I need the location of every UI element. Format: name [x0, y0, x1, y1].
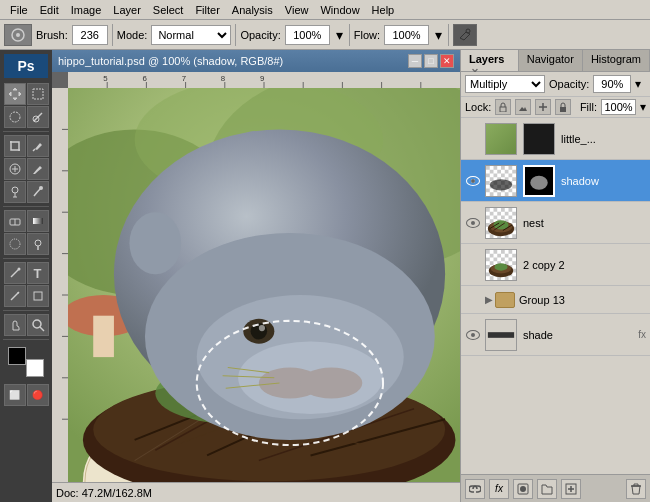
ruler-vertical [52, 88, 68, 502]
layer-name-2copy2: 2 copy 2 [523, 259, 646, 271]
blur-tool[interactable] [4, 233, 26, 255]
svg-text:5: 5 [103, 74, 108, 83]
eraser-tool[interactable] [4, 210, 26, 232]
svg-rect-108 [488, 332, 514, 338]
quickmask-mode[interactable]: 🔴 [27, 384, 49, 406]
menu-image[interactable]: Image [65, 2, 108, 18]
menu-view[interactable]: View [279, 2, 315, 18]
crop-tool[interactable] [4, 135, 26, 157]
eyedropper-tool[interactable] [27, 135, 49, 157]
menu-layer[interactable]: Layer [107, 2, 147, 18]
lock-transparent-btn[interactable] [495, 99, 511, 115]
menu-analysis[interactable]: Analysis [226, 2, 279, 18]
marquee-tool[interactable] [4, 106, 26, 128]
fill-input[interactable] [601, 99, 636, 115]
dodge-tool[interactable] [27, 233, 49, 255]
svg-point-16 [35, 240, 41, 246]
blend-mode-select[interactable]: Multiply Normal Screen Overlay [465, 75, 545, 93]
opacity-dropdown-icon[interactable]: ▾ [635, 77, 641, 91]
close-button[interactable]: ✕ [440, 54, 454, 68]
tab-layers[interactable]: Layers ✕ [461, 50, 519, 71]
lock-all-btn[interactable] [555, 99, 571, 115]
svg-point-95 [530, 175, 548, 189]
opacity-input[interactable] [593, 75, 631, 93]
move-tool[interactable] [4, 83, 26, 105]
opacity-toolbar-label: Opacity: [240, 29, 280, 41]
menu-file[interactable]: File [4, 2, 34, 18]
svg-text:8: 8 [221, 74, 226, 83]
clone-stamp-tool[interactable] [4, 181, 26, 203]
canvas-image: www.missyuan.com 设计别·教程网 [68, 88, 460, 502]
color-swatch[interactable] [8, 347, 44, 377]
delete-layer-button[interactable] [626, 479, 646, 499]
tab-histogram[interactable]: Histogram [583, 50, 650, 71]
menu-select[interactable]: Select [147, 2, 190, 18]
minimize-button[interactable]: ─ [408, 54, 422, 68]
layer-item-group13[interactable]: ▶ Group 13 [461, 286, 650, 314]
layer-style-button[interactable]: fx [489, 479, 509, 499]
foreground-color[interactable] [8, 347, 26, 365]
mode-select[interactable]: Normal Multiply Screen [151, 25, 231, 45]
svg-point-80 [129, 212, 181, 274]
layer-item-shadow[interactable]: shadow [461, 160, 650, 202]
menu-edit[interactable]: Edit [34, 2, 65, 18]
opacity-arrow[interactable]: ▾ [336, 27, 343, 43]
brush-tool-icon[interactable] [4, 24, 32, 46]
text-tool[interactable]: T [27, 262, 49, 284]
canvas-content[interactable]: www.missyuan.com 设计别·教程网 [68, 88, 460, 502]
flow-input[interactable] [384, 25, 429, 45]
maximize-button[interactable]: □ [424, 54, 438, 68]
layer-eye-shadow[interactable] [465, 173, 481, 189]
menu-filter[interactable]: Filter [189, 2, 225, 18]
background-color[interactable] [26, 359, 44, 377]
zoom-tool[interactable] [27, 314, 49, 336]
pen-tool[interactable] [4, 262, 26, 284]
opacity-toolbar-input[interactable] [285, 25, 330, 45]
new-group-button[interactable] [537, 479, 557, 499]
hand-tool[interactable] [4, 314, 26, 336]
layer-eye-2copy2[interactable] [465, 257, 481, 273]
path-select-tool[interactable] [4, 285, 26, 307]
layer-item-shade[interactable]: shade fx [461, 314, 650, 356]
layer-eye-shade[interactable] [465, 327, 481, 343]
layer-eye-little[interactable] [465, 131, 481, 147]
history-brush-tool[interactable] [27, 181, 49, 203]
lock-position-btn[interactable] [535, 99, 551, 115]
svg-rect-3 [33, 89, 43, 99]
airbrush-toggle[interactable] [453, 24, 477, 46]
menu-window[interactable]: Window [314, 2, 365, 18]
layer-item-2copy2[interactable]: 2 copy 2 [461, 244, 650, 286]
layer-eye-group13[interactable] [465, 292, 481, 308]
layer-mask-shadow [523, 165, 555, 197]
svg-rect-52 [93, 316, 114, 357]
svg-rect-20 [34, 292, 42, 300]
shape-tool[interactable] [27, 285, 49, 307]
standard-mode[interactable]: ⬜ [4, 384, 26, 406]
lasso-tool[interactable] [27, 83, 49, 105]
layer-item-nest[interactable]: nest [461, 202, 650, 244]
layer-eye-nest[interactable] [465, 215, 481, 231]
layer-item-little[interactable]: little_... [461, 118, 650, 160]
gradient-tool[interactable] [27, 210, 49, 232]
spot-heal-tool[interactable] [4, 158, 26, 180]
brush-tool[interactable] [27, 158, 49, 180]
flow-arrow[interactable]: ▾ [435, 27, 442, 43]
canvas-area: hippo_tutorial.psd @ 100% (shadow, RGB/8… [52, 50, 460, 502]
svg-point-10 [12, 187, 18, 193]
add-mask-button[interactable] [513, 479, 533, 499]
toolbar: Brush: Mode: Normal Multiply Screen Opac… [0, 20, 650, 50]
toolbox: Ps [0, 50, 52, 502]
lock-image-btn[interactable] [515, 99, 531, 115]
fill-dropdown-icon[interactable]: ▾ [640, 100, 646, 114]
new-layer-button[interactable] [561, 479, 581, 499]
lock-fill-row: Lock: Fill: ▾ [461, 97, 650, 118]
quick-select-tool[interactable] [27, 106, 49, 128]
group-arrow-icon[interactable]: ▶ [485, 294, 493, 305]
menu-help[interactable]: Help [366, 2, 401, 18]
svg-point-1 [16, 33, 20, 37]
layer-thumb-shade [485, 319, 517, 351]
svg-text:9: 9 [260, 74, 265, 83]
tab-navigator[interactable]: Navigator [519, 50, 583, 71]
link-layers-button[interactable] [465, 479, 485, 499]
brush-size-input[interactable] [72, 25, 108, 45]
